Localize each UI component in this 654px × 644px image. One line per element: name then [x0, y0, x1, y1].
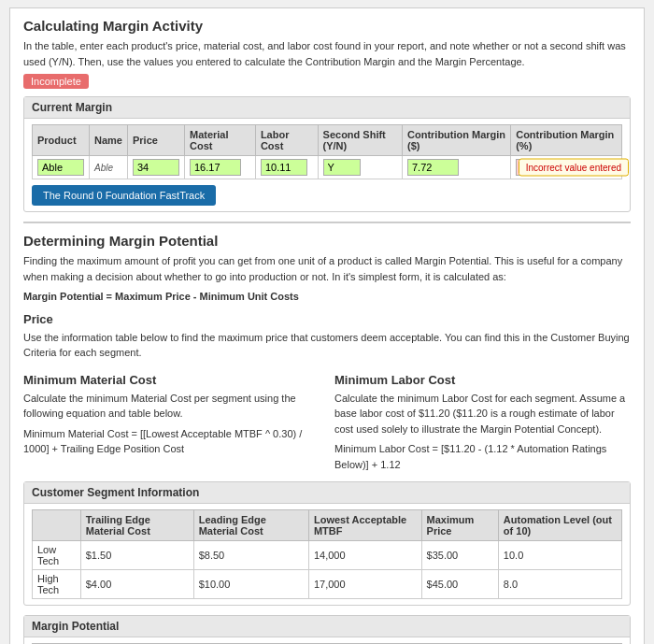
material-cost-cell: [184, 156, 255, 179]
current-margin-body: Product Name Price Material Cost Labor C…: [24, 119, 630, 211]
fasttrack-button-1[interactable]: The Round 0 Foundation FastTrack: [32, 185, 216, 206]
seg-automation-hightech: 8.0: [498, 570, 621, 599]
current-margin-section: Current Margin Product Name Price Materi…: [23, 96, 631, 212]
section2-title: Determining Margin Potential: [23, 233, 631, 249]
seg-leading-lowtech: $8.50: [193, 541, 308, 570]
min-labor-title: Minimum Labor Cost: [334, 373, 631, 387]
second-shift-input[interactable]: [323, 159, 361, 176]
seg-maxprice-hightech: $45.00: [421, 570, 498, 599]
status-badge: Incomplete: [23, 74, 89, 89]
seg-col-trailing: Trailing Edge Material Cost: [80, 510, 193, 541]
seg-col-leading: Leading Edge Material Cost: [193, 510, 308, 541]
min-labor-col: Minimum Labor Cost Calculate the minimum…: [334, 365, 631, 477]
segment-body: Trailing Edge Material Cost Leading Edge…: [24, 504, 630, 605]
material-cost-input[interactable]: [190, 159, 241, 176]
col-cm-pct: Contribution Margin (%): [511, 125, 622, 156]
cm-dollar-cell: [403, 156, 511, 179]
name-cell: Able: [90, 156, 128, 179]
page-title: Calculating Margin Activity: [23, 18, 631, 34]
section2-desc: Finding the maximum amount of profit you…: [23, 253, 631, 284]
min-material-desc: Calculate the minimum Material Cost per …: [23, 391, 320, 422]
seg-col-automation: Automation Level (out of 10): [498, 510, 621, 541]
min-material-title: Minimum Material Cost: [23, 373, 320, 387]
second-shift-cell: [318, 156, 402, 179]
col-labor-cost: Labor Cost: [255, 125, 318, 156]
section-divider: [23, 222, 631, 223]
two-col-section: Minimum Material Cost Calculate the mini…: [23, 365, 631, 477]
price-title: Price: [23, 312, 631, 326]
table-row: Able: [33, 156, 622, 179]
price-cell: [127, 156, 184, 179]
min-labor-formula: Minimum Labor Cost = [$11.20 - (1.12 * A…: [334, 441, 631, 472]
current-margin-header: Current Margin: [24, 97, 630, 119]
col-second-shift: Second Shift (Y/N): [318, 125, 402, 156]
seg-col-mtbf: Lowest Acceptable MTBF: [308, 510, 421, 541]
seg-col-maxprice: Maximum Price: [421, 510, 498, 541]
col-price: Price: [127, 125, 184, 156]
cm-pct-cell: Incorrect value entered: [511, 156, 622, 179]
seg-trailing-lowtech: $1.50: [80, 541, 193, 570]
tooltip-box: Incorrect value entered: [519, 159, 629, 177]
labor-cost-cell: [255, 156, 318, 179]
cm-dollar-input[interactable]: [407, 159, 459, 176]
segment-section: Customer Segment Information Trailing Ed…: [23, 481, 631, 606]
segment-table: Trailing Edge Material Cost Leading Edge…: [32, 509, 622, 599]
seg-mtbf-hightech: 17,000: [308, 570, 421, 599]
margin-potential-header: Margin Potential: [24, 616, 630, 637]
seg-col-label: [33, 510, 81, 541]
col-product: Product: [33, 125, 90, 156]
min-material-formula: Minimum Material Cost = [[Lowest Accepta…: [23, 426, 320, 457]
price-desc: Use the information table below to find …: [23, 330, 631, 361]
product-cell: [33, 156, 90, 179]
margin-potential-section: Margin Potential Product Name Maximum Pr…: [23, 615, 631, 644]
col-name: Name: [90, 125, 128, 156]
seg-automation-lowtech: 10.0: [498, 541, 621, 570]
seg-maxprice-lowtech: $35.00: [421, 541, 498, 570]
product-input[interactable]: [37, 159, 84, 176]
page-description: In the table, enter each product's price…: [23, 38, 631, 69]
segment-header: Customer Segment Information: [24, 482, 630, 504]
segment-row-lowtech: Low Tech $1.50 $8.50 14,000 $35.00 10.0: [33, 541, 622, 570]
margin-potential-formula: Margin Potential = Maximum Price - Minim…: [23, 289, 631, 305]
price-input[interactable]: [133, 159, 179, 176]
seg-label-hightech: High Tech: [33, 570, 81, 599]
min-labor-desc: Calculate the minimum Labor Cost for eac…: [334, 391, 631, 437]
labor-cost-input[interactable]: [261, 159, 307, 176]
segment-row-hightech: High Tech $4.00 $10.00 17,000 $45.00 8.0: [33, 570, 622, 599]
seg-leading-hightech: $10.00: [193, 570, 308, 599]
seg-trailing-hightech: $4.00: [80, 570, 193, 599]
col-material-cost: Material Cost: [184, 125, 255, 156]
seg-mtbf-lowtech: 14,000: [308, 541, 421, 570]
current-margin-table: Product Name Price Material Cost Labor C…: [32, 124, 622, 179]
seg-label-lowtech: Low Tech: [33, 541, 81, 570]
col-cm-dollar: Contribution Margin ($): [403, 125, 511, 156]
margin-potential-body: Product Name Maximum Price Minimum Mater…: [24, 637, 630, 644]
min-material-col: Minimum Material Cost Calculate the mini…: [23, 365, 320, 477]
